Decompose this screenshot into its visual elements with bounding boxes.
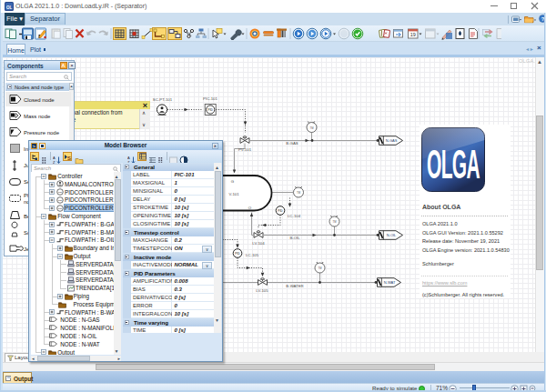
svg-text:N-WAT: N-WAT [384,280,396,285]
svg-text:B-WATER: B-WATER [286,284,303,288]
svg-text:Closed node: Closed node [24,97,55,103]
svg-text:PID: PID [208,108,214,112]
svg-text:TM: TM [297,191,301,195]
svg-text:N-GAS: N-GAS [386,138,398,143]
svg-text:LV-105: LV-105 [256,288,268,293]
svg-text:Mass node: Mass node [24,114,51,119]
svg-text:PID: PID [235,252,240,256]
svg-text:B-GAS: B-GAS [286,141,298,146]
svg-text:SC-PT-101: SC-PT-101 [153,97,173,102]
svg-text:LV-104: LV-104 [252,241,265,246]
svg-text:19: 19 [410,32,416,37]
svg-text:PID: PID [278,209,283,213]
svg-text:B-OIL: B-OIL [289,236,300,240]
svg-text:N-OIL: N-OIL [387,233,397,237]
svg-text:PID: PID [58,199,62,202]
svg-text:TM: TM [332,220,337,224]
svg-text:TM: TM [309,126,314,130]
svg-text:V-101: V-101 [228,192,239,196]
svg-text:TM: TM [318,266,322,270]
svg-text:LC-104: LC-104 [288,214,301,218]
svg-text:PV-101: PV-101 [238,147,252,152]
svg-text:S: S [67,155,71,160]
svg-text:OLGA: OLGA [427,142,480,187]
svg-text:LC-105: LC-105 [246,253,259,257]
svg-text:PID: PID [58,207,62,210]
svg-text:OL: OL [6,5,13,10]
svg-text:PID: PID [58,192,62,195]
svg-text:Pressure node: Pressure node [24,130,60,136]
svg-text:PIC-101: PIC-101 [203,96,217,101]
